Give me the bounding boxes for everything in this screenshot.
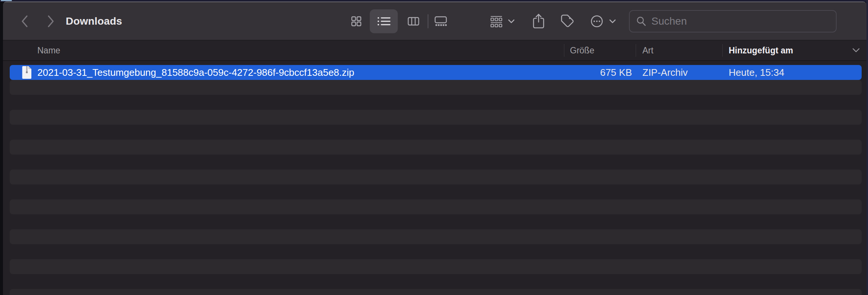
background-window-sliver	[1, 0, 12, 1]
list-item[interactable]	[3, 214, 867, 229]
list-item[interactable]	[3, 259, 867, 274]
back-button[interactable]	[16, 12, 33, 30]
list-item[interactable]: 2021-03-31_Testumgebung_81588c9a-059c-42…	[3, 65, 867, 80]
list-item[interactable]	[3, 229, 867, 244]
finder-window: Downloads	[3, 1, 867, 295]
tag-button[interactable]	[557, 10, 577, 32]
column-header-kind[interactable]: Art	[636, 46, 722, 56]
list-item[interactable]	[3, 289, 867, 295]
list-view-icon	[376, 15, 391, 27]
list-column-header: Name Größe Art Hinzugefügt am	[3, 40, 867, 61]
icon-view-button[interactable]	[346, 9, 367, 33]
search-icon	[636, 16, 647, 27]
share-icon	[531, 13, 546, 30]
window-title: Downloads	[66, 15, 122, 27]
column-divider	[564, 44, 564, 57]
list-item[interactable]	[3, 170, 867, 184]
search-input[interactable]	[651, 15, 836, 27]
zip-file-icon	[21, 66, 32, 79]
sort-direction-chevron-icon[interactable]	[852, 46, 861, 56]
gallery-view-button[interactable]	[431, 9, 450, 33]
group-by-icon	[490, 15, 503, 28]
list-item[interactable]	[3, 140, 867, 155]
chevron-right-icon	[46, 14, 56, 29]
column-divider	[636, 44, 636, 57]
forward-button[interactable]	[43, 12, 59, 30]
search-field[interactable]	[629, 10, 837, 32]
file-size: 675 KB	[564, 67, 636, 78]
chevron-down-icon	[508, 19, 515, 24]
list-item[interactable]	[3, 95, 867, 110]
list-item[interactable]	[3, 274, 867, 289]
column-header-size[interactable]: Größe	[564, 46, 636, 56]
list-item[interactable]	[3, 125, 867, 140]
share-button[interactable]	[529, 10, 548, 32]
list-item[interactable]	[3, 199, 867, 214]
file-name: 2021-03-31_Testumgebung_81588c9a-059c-42…	[37, 67, 354, 78]
list-item[interactable]	[3, 244, 867, 259]
list-item[interactable]	[3, 184, 867, 199]
toolbar: Downloads	[3, 2, 867, 40]
tag-icon	[558, 13, 575, 30]
list-item[interactable]	[3, 110, 867, 125]
toolbar-separator	[428, 14, 428, 28]
list-item[interactable]	[3, 80, 867, 95]
column-divider	[722, 44, 723, 57]
file-added-date: Heute, 15:34	[722, 67, 867, 78]
ellipsis-circle-icon	[589, 14, 604, 29]
column-header-added[interactable]: Hinzugefügt am	[722, 46, 867, 56]
list-item[interactable]	[3, 155, 867, 170]
chevron-left-icon	[20, 14, 30, 29]
group-button[interactable]	[490, 15, 515, 28]
gallery-view-icon	[434, 15, 447, 27]
columns-view-icon	[407, 15, 420, 27]
file-list: 2021-03-31_Testumgebung_81588c9a-059c-42…	[3, 61, 867, 295]
grid-view-icon	[350, 15, 362, 27]
column-view-button[interactable]	[403, 9, 424, 33]
more-actions-button[interactable]	[589, 14, 616, 29]
chevron-down-icon	[609, 19, 616, 24]
file-kind: ZIP-Archiv	[636, 67, 722, 78]
list-view-button[interactable]	[370, 9, 398, 33]
file-name-cell: 2021-03-31_Testumgebung_81588c9a-059c-42…	[3, 66, 564, 79]
column-header-name[interactable]: Name	[3, 46, 564, 56]
